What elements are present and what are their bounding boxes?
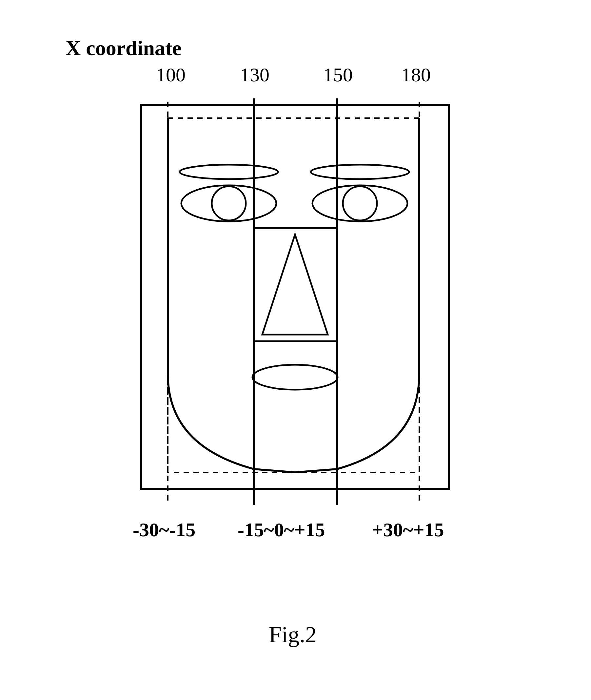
- face-diagram: [98, 99, 492, 590]
- inner-dashed-frame: [168, 118, 419, 472]
- left-eye: [181, 185, 276, 221]
- xtick-180: 180: [401, 65, 431, 84]
- xtick-150: 150: [323, 65, 353, 84]
- right-eye: [312, 185, 407, 221]
- center-column: [254, 118, 337, 472]
- right-eyebrow: [311, 165, 409, 179]
- axis-title: X coordinate: [66, 38, 182, 59]
- page: X coordinate 100 130 150 180 -30~-15 -15…: [0, 0, 591, 700]
- nose-triangle: [262, 235, 328, 335]
- left-pupil: [212, 186, 246, 221]
- left-eyebrow: [180, 165, 278, 179]
- face-outline: [168, 118, 419, 472]
- figure-caption: Fig.2: [269, 623, 317, 646]
- xtick-100: 100: [156, 65, 186, 84]
- mouth: [252, 365, 338, 390]
- right-pupil: [343, 186, 377, 221]
- xtick-130: 130: [240, 65, 269, 84]
